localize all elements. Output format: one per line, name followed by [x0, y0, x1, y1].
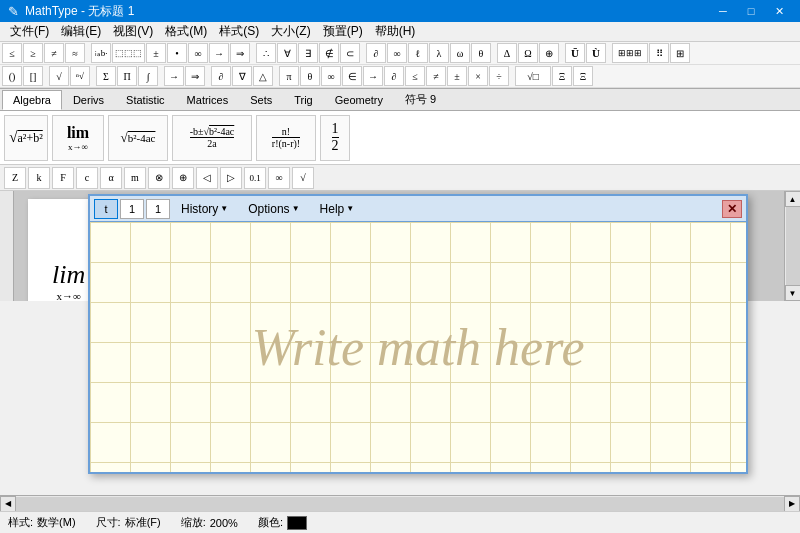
sym-prod[interactable]: Π	[117, 66, 137, 86]
tb2-sqrt[interactable]: √	[292, 167, 314, 189]
sym-dot[interactable]: •	[167, 43, 187, 63]
template-combination[interactable]: n! r!(n-r)!	[256, 115, 316, 161]
sym-inf3[interactable]: ∞	[321, 66, 341, 86]
tab-statistic[interactable]: Statistic	[115, 90, 176, 110]
template-fraction[interactable]: 1 2	[320, 115, 350, 161]
sym-leq[interactable]: ≤	[2, 43, 22, 63]
hw-mode-2[interactable]: 1	[146, 199, 170, 219]
sym-rarrow2[interactable]: →	[363, 66, 383, 86]
tb2-F[interactable]: F	[52, 167, 74, 189]
sym-ell[interactable]: ℓ	[408, 43, 428, 63]
sym-geq[interactable]: ≥	[23, 43, 43, 63]
sym-grid[interactable]: ⊞⊞⊞	[612, 43, 648, 63]
scroll-right-arrow[interactable]: ▶	[784, 496, 800, 512]
template-sqrt-expr[interactable]: √a²+b²	[4, 115, 48, 161]
tb2-alpha[interactable]: α	[100, 167, 122, 189]
tb2-c[interactable]: c	[76, 167, 98, 189]
close-button[interactable]: ✕	[766, 0, 792, 22]
menu-edit[interactable]: 编辑(E)	[55, 22, 107, 41]
sym-lambda[interactable]: λ	[429, 43, 449, 63]
sym-partial[interactable]: ∂	[366, 43, 386, 63]
right-scrollbar[interactable]: ▲ ▼	[784, 191, 800, 301]
sym-dotted2[interactable]: ⊞	[670, 43, 690, 63]
sym-approx[interactable]: ≈	[65, 43, 85, 63]
tab-geometry[interactable]: Geometry	[324, 90, 394, 110]
tb2-circle[interactable]: ⊗	[148, 167, 170, 189]
sym-partial2[interactable]: ∂	[211, 66, 231, 86]
template-sqrt-quadratic[interactable]: √b²-4ac	[108, 115, 168, 161]
tb2-k[interactable]: k	[28, 167, 50, 189]
minimize-button[interactable]: ─	[710, 0, 736, 22]
sym-Rarrow[interactable]: ⇒	[185, 66, 205, 86]
sym-darrow[interactable]: ⇒	[230, 43, 250, 63]
sym-leq2[interactable]: ≤	[405, 66, 425, 86]
sym-delta[interactable]: Δ	[497, 43, 517, 63]
sym-therefore[interactable]: ∴	[256, 43, 276, 63]
template-limit[interactable]: lim x→∞	[52, 115, 104, 161]
menu-format[interactable]: 格式(M)	[159, 22, 213, 41]
sym-Omega[interactable]: Ω	[518, 43, 538, 63]
sym-elem[interactable]: ∈	[342, 66, 362, 86]
bottom-scrollbar[interactable]: ◀ ▶	[0, 495, 800, 511]
hw-mode-t[interactable]: t	[94, 199, 118, 219]
sym-nthroot[interactable]: ⁿ√	[70, 66, 90, 86]
sym-bracket[interactable]: []	[23, 66, 43, 86]
sym-forall[interactable]: ∀	[277, 43, 297, 63]
sym-times[interactable]: ×	[468, 66, 488, 86]
tab-trig[interactable]: Trig	[283, 90, 324, 110]
tb2-inf[interactable]: ∞	[268, 167, 290, 189]
tab-matrices[interactable]: Matrices	[176, 90, 240, 110]
hw-options-menu[interactable]: Options ▼	[239, 198, 308, 220]
hw-canvas[interactable]: Write math here	[90, 222, 746, 472]
sym-xi[interactable]: Ξ	[552, 66, 572, 86]
sym-omega[interactable]: ω	[450, 43, 470, 63]
sym-neq[interactable]: ≠	[44, 43, 64, 63]
sym-subset[interactable]: ⊂	[340, 43, 360, 63]
scroll-up-arrow[interactable]: ▲	[785, 191, 801, 207]
tb2-tri-right[interactable]: ▷	[220, 167, 242, 189]
tb2-oplus[interactable]: ⊕	[172, 167, 194, 189]
tab-algebra[interactable]: Algebra	[2, 90, 62, 110]
sym-dotted[interactable]: ⠿	[649, 43, 669, 63]
menu-file[interactable]: 文件(F)	[4, 22, 55, 41]
sym-ab[interactable]: ᵢₐb·	[91, 43, 111, 63]
sym-sqrt2[interactable]: √□	[515, 66, 551, 86]
menu-style[interactable]: 样式(S)	[213, 22, 265, 41]
menu-size[interactable]: 大小(Z)	[265, 22, 316, 41]
sym-paren[interactable]: ()	[2, 66, 22, 86]
hw-close-button[interactable]: ✕	[722, 200, 742, 218]
sym-pm2[interactable]: ±	[447, 66, 467, 86]
sym-theta[interactable]: θ	[471, 43, 491, 63]
menu-view[interactable]: 视图(V)	[107, 22, 159, 41]
sym-uvec[interactable]: Ù	[586, 43, 606, 63]
sym-arrow[interactable]: →	[209, 43, 229, 63]
sym-sum[interactable]: Σ	[96, 66, 116, 86]
tb2-Z[interactable]: Z	[4, 167, 26, 189]
sym-nabla[interactable]: ∇	[232, 66, 252, 86]
tb2-tri-left[interactable]: ◁	[196, 167, 218, 189]
scroll-left-arrow[interactable]: ◀	[0, 496, 16, 512]
tb2-m[interactable]: m	[124, 167, 146, 189]
menu-help[interactable]: 帮助(H)	[369, 22, 422, 41]
tb2-digits[interactable]: 0.1	[244, 167, 266, 189]
sym-int[interactable]: ∫	[138, 66, 158, 86]
sym-partial3[interactable]: ∂	[384, 66, 404, 86]
hw-mode-1[interactable]: 1	[120, 199, 144, 219]
sym-exists[interactable]: ∃	[298, 43, 318, 63]
sym-pm[interactable]: ±	[146, 43, 166, 63]
maximize-button[interactable]: □	[738, 0, 764, 22]
scroll-track[interactable]	[786, 207, 800, 285]
sym-inf2[interactable]: ∞	[387, 43, 407, 63]
sym-ubar[interactable]: Ū	[565, 43, 585, 63]
sym-oplus[interactable]: ⊕	[539, 43, 559, 63]
tab-sets[interactable]: Sets	[239, 90, 283, 110]
sym-inf[interactable]: ∞	[188, 43, 208, 63]
sym-sqrt[interactable]: √	[49, 66, 69, 86]
sym-laplacian[interactable]: △	[253, 66, 273, 86]
hw-help-menu[interactable]: Help ▼	[311, 198, 364, 220]
scroll-down-arrow[interactable]: ▼	[785, 285, 801, 301]
sym-theta2[interactable]: θ	[300, 66, 320, 86]
sym-notin[interactable]: ∉	[319, 43, 339, 63]
hw-history-menu[interactable]: History ▼	[172, 198, 237, 220]
sym-neq2[interactable]: ≠	[426, 66, 446, 86]
